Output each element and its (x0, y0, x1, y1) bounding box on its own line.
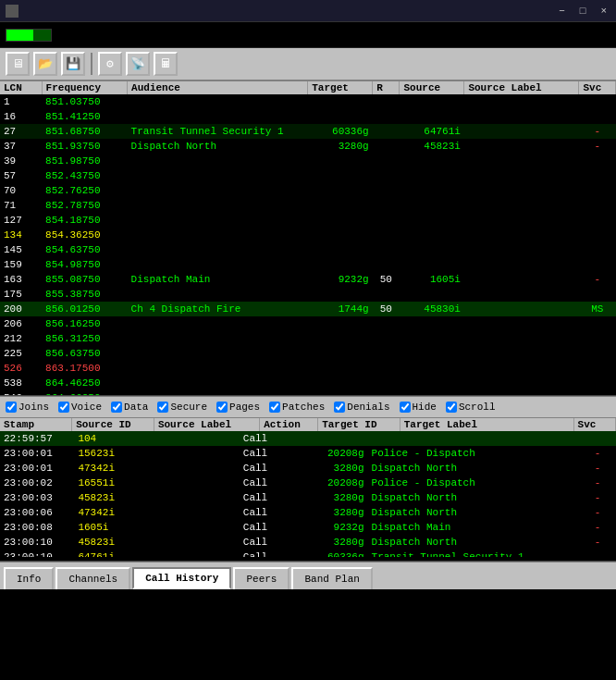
toolbar-antenna-button[interactable]: 📡 (126, 52, 150, 76)
table-row[interactable]: 159 854.98750 (0, 257, 616, 272)
list-item[interactable]: 23:00:01 15623i Call 20208g Police - Dis… (0, 446, 616, 461)
table-row[interactable]: 546 864.66250 (0, 390, 616, 395)
list-item[interactable]: 23:00:10 45823i Call 3280g Dispatch Nort… (0, 535, 616, 550)
table-row[interactable]: 163 855.08750 Dispatch Main 9232g 50 160… (0, 272, 616, 287)
toolbar-save-button[interactable]: 💾 (61, 52, 85, 76)
cell-freq: 864.66250 (42, 390, 127, 395)
list-item[interactable]: 23:00:08 1605i Call 9232g Dispatch Main … (0, 520, 616, 535)
cell-r (373, 376, 400, 390)
toolbar-open-button[interactable]: 📂 (33, 52, 57, 76)
filter-secure-checkbox[interactable] (157, 402, 168, 413)
filter-data[interactable]: Data (111, 402, 148, 413)
cell-target (308, 183, 373, 198)
status-bar (0, 22, 616, 48)
toolbar-calc-button[interactable]: 🖩 (154, 52, 178, 76)
tab-call-history[interactable]: Call History (132, 567, 231, 589)
table-row[interactable]: 37 851.93750 Dispatch North 3280g 45823i… (0, 139, 616, 154)
filter-scroll[interactable]: Scroll (446, 402, 496, 413)
cell-source (400, 213, 464, 228)
table-row[interactable]: 16 851.41250 (0, 109, 616, 124)
tab-band-plan[interactable]: Band Plan (291, 567, 372, 589)
cell-freq: 851.93750 (42, 139, 127, 154)
cell-srclbl (464, 361, 579, 376)
table-row[interactable]: 200 856.01250 Ch 4 Dispatch Fire 1744g 5… (0, 302, 616, 316)
table-row[interactable]: 225 856.63750 (0, 346, 616, 361)
cell-target: 3280g (308, 139, 373, 154)
list-item[interactable]: 23:00:02 16551i Call 20208g Police - Dis… (0, 476, 616, 490)
minimize-button[interactable]: − (555, 6, 569, 17)
tab-channels[interactable]: Channels (55, 567, 130, 589)
filter-hide[interactable]: Hide (400, 402, 437, 413)
ev-cell-tgtlbl: Dispatch North (368, 490, 580, 505)
ev-cell-tgtlbl (368, 431, 580, 446)
cell-target (308, 376, 373, 390)
ev-cell-srcid: 15623i (74, 446, 142, 461)
cell-srclbl (464, 198, 579, 213)
ev-cell-stamp: 23:00:06 (0, 505, 74, 520)
event-log-scroll[interactable]: 22:59:57 104 Call 23:00:01 15623i Call 2… (0, 431, 616, 557)
filter-data-checkbox[interactable] (111, 402, 122, 413)
filter-patches[interactable]: Patches (269, 402, 325, 413)
table-row[interactable]: 71 852.78750 (0, 198, 616, 213)
cell-srclbl (464, 331, 579, 346)
table-row[interactable]: 145 854.63750 (0, 242, 616, 257)
table-row[interactable]: 526 863.17500 (0, 361, 616, 376)
tab-info[interactable]: Info (4, 567, 54, 589)
table-row[interactable]: 175 855.38750 (0, 287, 616, 302)
cell-target: 9232g (308, 272, 373, 287)
filter-voice[interactable]: Voice (58, 402, 102, 413)
cell-r (373, 287, 400, 302)
filter-joins-checkbox[interactable] (6, 402, 17, 413)
cell-target (308, 242, 373, 257)
filter-scroll-label: Scroll (459, 402, 496, 413)
list-item[interactable]: 22:59:57 104 Call (0, 431, 616, 446)
filter-patches-checkbox[interactable] (269, 402, 280, 413)
table-row[interactable]: 212 856.31250 (0, 331, 616, 346)
tab-peers[interactable]: Peers (233, 567, 290, 589)
filter-voice-checkbox[interactable] (58, 402, 69, 413)
table-row[interactable]: 57 852.43750 (0, 168, 616, 183)
list-item[interactable]: 23:00:10 64761i Call 60336g Transit Tunn… (0, 550, 616, 557)
cell-srclbl (464, 376, 579, 390)
table-row[interactable]: 538 864.46250 (0, 376, 616, 390)
ev-cell-srclbl (142, 550, 240, 557)
title-bar-controls[interactable]: − □ × (555, 6, 610, 17)
close-button[interactable]: × (597, 6, 610, 17)
channel-table-scroll[interactable]: LCN Frequency Audience Target R Source S… (0, 81, 616, 395)
filter-hide-checkbox[interactable] (400, 402, 411, 413)
cell-srclbl (464, 302, 579, 316)
table-row[interactable]: 206 856.16250 (0, 316, 616, 331)
filter-joins[interactable]: Joins (6, 402, 49, 413)
list-item[interactable]: 23:00:06 47342i Call 3280g Dispatch Nort… (0, 505, 616, 520)
filter-pages[interactable]: Pages (216, 402, 260, 413)
cell-r (373, 331, 400, 346)
cell-source (400, 390, 464, 395)
cell-source (400, 257, 464, 272)
list-item[interactable]: 23:00:03 45823i Call 3280g Dispatch Nort… (0, 490, 616, 505)
cell-audience (128, 331, 308, 346)
filter-denials-checkbox[interactable] (334, 402, 345, 413)
channel-table: LCN Frequency Audience Target R Source S… (0, 81, 616, 395)
filter-denials[interactable]: Denials (334, 402, 389, 413)
maximize-button[interactable]: □ (576, 6, 590, 17)
toolbar-monitor-button[interactable]: 🖥 (6, 52, 30, 76)
cell-source (400, 287, 464, 302)
ev-cell-stamp: 23:00:01 (0, 461, 74, 476)
table-row[interactable]: 70 852.76250 (0, 183, 616, 198)
list-item[interactable]: 23:00:01 47342i Call 3280g Dispatch Nort… (0, 461, 616, 476)
table-row[interactable]: 134 854.36250 (0, 228, 616, 242)
table-row[interactable]: 27 851.68750 Transit Tunnel Security 1 6… (0, 124, 616, 139)
ev-cell-tgtid: 3280g (294, 490, 367, 505)
ev-cell-tgtlbl: Dispatch Main (368, 520, 580, 535)
table-row[interactable]: 127 854.18750 (0, 213, 616, 228)
cell-srclbl (464, 287, 579, 302)
cell-lcn: 212 (0, 331, 42, 346)
filter-secure[interactable]: Secure (157, 402, 207, 413)
filter-scroll-checkbox[interactable] (446, 402, 457, 413)
col-header-audience: Audience (128, 81, 308, 94)
table-row[interactable]: 39 851.98750 (0, 154, 616, 168)
cell-target (308, 198, 373, 213)
toolbar-settings-button[interactable]: ⚙ (98, 52, 122, 76)
table-row[interactable]: 1 851.03750 (0, 94, 616, 109)
filter-pages-checkbox[interactable] (216, 402, 228, 413)
